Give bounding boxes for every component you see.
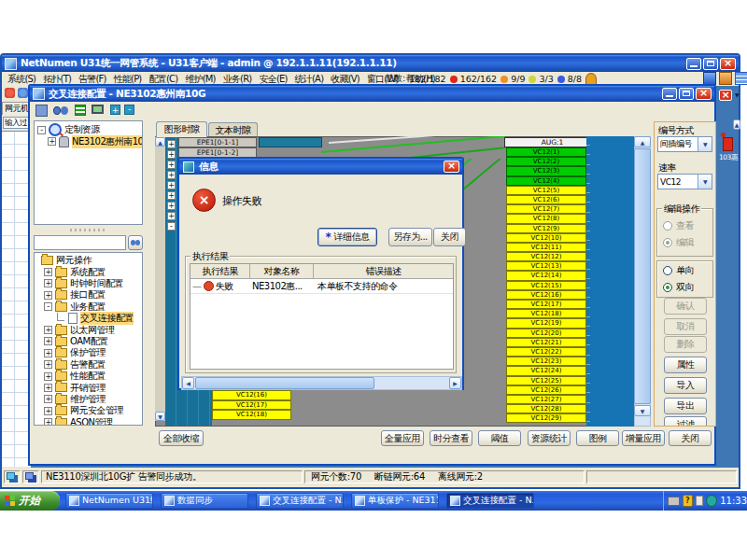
legend-list-icon[interactable] bbox=[75, 105, 86, 116]
aug-slot-7[interactable]: VC12(7) bbox=[506, 204, 586, 214]
aug-slot-24[interactable]: VC12(24) bbox=[506, 366, 586, 375]
hscroll-left-icon[interactable] bbox=[182, 377, 194, 389]
tree-search-input[interactable] bbox=[34, 235, 126, 250]
expand-icon[interactable] bbox=[44, 337, 52, 345]
slot-expand-icon[interactable] bbox=[167, 181, 176, 189]
right-button-4[interactable]: 导入 bbox=[664, 377, 707, 394]
radio-2[interactable]: 单向 bbox=[663, 264, 694, 277]
canvas-left-scrollbar[interactable] bbox=[155, 137, 165, 421]
dialog-close-button[interactable] bbox=[444, 161, 459, 173]
aug-slot-2[interactable]: VC12(2) bbox=[506, 157, 586, 166]
ne-node-icon[interactable] bbox=[723, 137, 733, 151]
slot-collapse-icon[interactable] bbox=[167, 222, 176, 231]
expand-icon[interactable] bbox=[44, 418, 52, 426]
tree-item-12[interactable]: 网元安全管理 bbox=[35, 405, 142, 416]
aug-slot-29[interactable]: VC12(29) bbox=[506, 413, 586, 423]
bottom-button-5[interactable]: 增量应用 bbox=[622, 430, 665, 446]
bottom-button-3[interactable]: 资源统计 bbox=[528, 430, 571, 446]
save-icon[interactable] bbox=[35, 105, 48, 117]
aug-slot-14[interactable]: VC12(14) bbox=[506, 271, 586, 280]
tree-item-6[interactable]: OAM配置 bbox=[35, 336, 142, 347]
expand-icon[interactable] bbox=[44, 326, 52, 334]
canvas-scroll-down-icon[interactable] bbox=[155, 412, 165, 421]
combo-arrow-icon[interactable] bbox=[698, 175, 712, 189]
rate-select[interactable]: VC12 bbox=[657, 174, 712, 189]
taskbar-task-0[interactable]: NetNumen U31统一... bbox=[65, 493, 153, 509]
col-result[interactable]: 执行结果 bbox=[190, 264, 250, 278]
aug-slot-3[interactable]: VC12(3) bbox=[506, 166, 586, 175]
slot-expand-icon[interactable] bbox=[167, 191, 176, 200]
tree-item-11[interactable]: 维护管理 bbox=[35, 394, 142, 405]
aug-slot-1[interactable]: VC12(1) bbox=[506, 147, 586, 157]
tree-root-ne-operation[interactable]: 网元操作 bbox=[35, 255, 142, 266]
slot-expand-icon[interactable] bbox=[167, 212, 176, 220]
tray-update-icon[interactable] bbox=[696, 496, 703, 506]
aug-slot-18[interactable]: VC12(18) bbox=[506, 309, 586, 318]
toolbar-blue-icon[interactable] bbox=[18, 88, 28, 98]
expand-icon[interactable] bbox=[48, 137, 56, 146]
tree-item-5[interactable]: 以太网管理 bbox=[35, 324, 142, 335]
tree-search-button[interactable] bbox=[128, 235, 143, 250]
ne-list-grid[interactable] bbox=[2, 131, 31, 467]
vscroll-down-icon[interactable] bbox=[634, 405, 651, 416]
zoom-in-icon[interactable]: + bbox=[110, 105, 120, 115]
chart-blue-icon[interactable] bbox=[703, 72, 716, 85]
tray-clock-icon[interactable] bbox=[706, 495, 717, 507]
close-button[interactable] bbox=[720, 58, 736, 70]
tab-text-timeslot[interactable]: 文本时隙 bbox=[208, 122, 258, 137]
tree-item-0[interactable]: 系统配置 bbox=[35, 266, 142, 277]
col-error[interactable]: 错误描述 bbox=[314, 264, 453, 278]
aug-slot-16[interactable]: VC12(16) bbox=[506, 290, 586, 300]
left-slot-0[interactable]: VC12(16) bbox=[212, 390, 291, 400]
monitor-icon[interactable] bbox=[92, 105, 104, 114]
slot-expand-icon[interactable] bbox=[167, 171, 176, 179]
col-object[interactable]: 对象名称 bbox=[250, 264, 314, 278]
dialog-hscrollbar[interactable] bbox=[181, 376, 462, 390]
mdi-close-icon[interactable] bbox=[719, 90, 732, 101]
vscroll-up-icon[interactable] bbox=[634, 136, 651, 147]
expand-icon[interactable] bbox=[44, 291, 52, 300]
expand-icon[interactable] bbox=[44, 395, 52, 403]
tree-item-7[interactable]: 保护管理 bbox=[35, 347, 142, 358]
collapse-icon[interactable] bbox=[44, 302, 52, 311]
expand-icon[interactable] bbox=[44, 384, 52, 392]
aug-slot-4[interactable]: VC12(4) bbox=[506, 176, 586, 186]
radio-3[interactable]: 双向 bbox=[663, 281, 694, 294]
vscroll-thumb[interactable] bbox=[634, 148, 651, 404]
tree-node-ne3102[interactable]: NE3102惠州南10G bbox=[35, 135, 142, 147]
bottom-button-4[interactable]: 图例 bbox=[576, 430, 619, 446]
mdi-menu-arrow-icon[interactable] bbox=[735, 91, 740, 98]
tree-item-10[interactable]: 开销管理 bbox=[35, 382, 142, 393]
ne-filter-input[interactable]: 输入过 bbox=[3, 117, 30, 129]
right-button-6[interactable]: 过滤 bbox=[664, 416, 707, 427]
dialog-close-action-button[interactable]: 关闭 bbox=[433, 228, 466, 246]
aug-slot-5[interactable]: VC12(5) bbox=[506, 186, 586, 195]
bottom-button-1[interactable]: 时分查看 bbox=[430, 430, 472, 446]
aug-slot-21[interactable]: VC12(21) bbox=[506, 338, 586, 347]
save-as-button[interactable]: 另存为... bbox=[388, 228, 432, 246]
tree-node-custom-resource[interactable]: 定制资源 bbox=[35, 124, 142, 135]
aug-slot-25[interactable]: VC12(25) bbox=[506, 376, 586, 385]
aug-slot-6[interactable]: VC12(6) bbox=[506, 195, 586, 204]
inner-maximize-button[interactable] bbox=[679, 88, 694, 100]
taskbar-task-2[interactable]: 交叉连接配置 - N... bbox=[256, 493, 344, 509]
toolbar-red-icon[interactable] bbox=[5, 88, 15, 98]
aug-slot-23[interactable]: VC12(23) bbox=[506, 357, 586, 366]
aug-slot-20[interactable]: VC12(20) bbox=[506, 329, 586, 338]
bottom-button-2[interactable]: 阈值 bbox=[478, 430, 521, 446]
ne-tree-tab[interactable]: 网元机 bbox=[2, 102, 31, 115]
canvas-scroll-up-icon[interactable] bbox=[155, 137, 165, 147]
aug-slot-17[interactable]: VC12(17) bbox=[506, 300, 586, 309]
result-table-header[interactable]: 执行结果 对象名称 错误描述 bbox=[190, 264, 453, 279]
aug-slot-13[interactable]: VC12(13) bbox=[506, 261, 586, 271]
tree-item-2[interactable]: 接口配置 bbox=[35, 289, 142, 301]
aug-slot-11[interactable]: VC12(11) bbox=[506, 243, 586, 252]
tree-item-9[interactable]: 性能配置 bbox=[35, 371, 142, 382]
aug-slot-15[interactable]: VC12(15) bbox=[506, 281, 586, 290]
selected-slot-block[interactable] bbox=[259, 137, 322, 147]
tray-help-icon[interactable]: ? bbox=[683, 495, 693, 507]
tray-printer-icon[interactable] bbox=[668, 497, 680, 506]
number-mode-select[interactable]: 间插编号 bbox=[657, 136, 712, 152]
expand-icon[interactable] bbox=[44, 360, 52, 369]
radio-icon[interactable] bbox=[663, 266, 672, 275]
